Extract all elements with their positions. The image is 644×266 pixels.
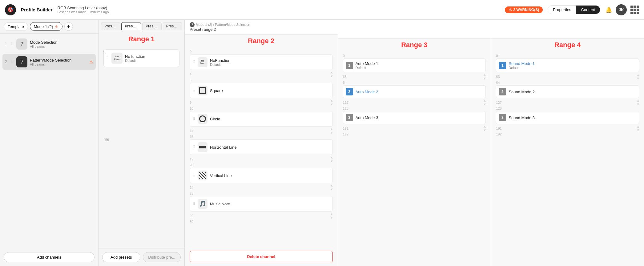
arrows-24-25[interactable]: ∧ ∨ (331, 184, 333, 191)
square-item-info: Square (210, 88, 223, 93)
r4-up-63[interactable]: ∧ (637, 73, 639, 77)
item-drag-hline[interactable]: ⠿ (192, 145, 195, 149)
hline-item-info: Horizontal Line (210, 145, 237, 150)
r4-down-128[interactable]: ∨ (637, 103, 639, 106)
range-item-circle[interactable]: ⠿ Circle (190, 111, 333, 127)
range-item-square[interactable]: ⠿ Square (190, 83, 333, 98)
r4-down-64[interactable]: ∨ (637, 77, 639, 80)
r3-up-63[interactable]: ∧ (484, 73, 486, 77)
delete-channel-button[interactable]: Delete channel (190, 251, 333, 262)
r3-num-64: 64 (343, 81, 486, 84)
range-item-sound3[interactable]: 3 Sound Mode 3 (496, 111, 639, 124)
preset-tab-0[interactable]: Preset ... (101, 22, 120, 30)
avatar[interactable]: JK (616, 4, 627, 15)
r3-arrows-63-64[interactable]: ∧ ∨ (484, 73, 486, 80)
range2-title: Preset range 2 (190, 27, 333, 32)
no-function-item[interactable]: ⠿ NoFunc No function Default (103, 49, 179, 67)
range-item-sound1[interactable]: 1 Sound Mode 1 Default (496, 58, 639, 72)
up-24[interactable]: ∧ (331, 184, 333, 187)
channel-item-1[interactable]: 1 ⠿ ? Mode Selection All beams (2, 36, 96, 52)
r4-arrows-127-128[interactable]: ∧ ∨ (637, 99, 639, 106)
add-channels-button[interactable]: Add channels (4, 252, 95, 262)
presets-tabs-row: Preset ... Preset ... Preset ... Preset … (99, 20, 184, 30)
add-presets-button[interactable]: Add presets (102, 252, 140, 262)
arrows-9-10[interactable]: ∧ ∨ (331, 99, 333, 106)
square-item-icon (198, 86, 207, 95)
range3-panel: Range 3 0 1 Auto Mode 1 Default 63 ∧ ∨ 6… (338, 20, 491, 266)
grid-icon[interactable] (630, 6, 639, 14)
preset-tab-3[interactable]: Preset ... (163, 22, 182, 30)
num-0-r2: 0 (190, 50, 333, 54)
add-tab-button[interactable]: + (64, 22, 73, 31)
r3-up-127[interactable]: ∧ (484, 99, 486, 103)
down-25[interactable]: ∨ (331, 187, 333, 191)
hline-item-name: Horizontal Line (210, 145, 237, 150)
add-presets-row: Add presets Distribute pre... (99, 248, 184, 266)
down-arrow-5[interactable]: ∨ (331, 74, 333, 78)
up-19[interactable]: ∧ (331, 156, 333, 159)
r4-arrows-63-64[interactable]: ∧ ∨ (637, 73, 639, 80)
r3-num-128: 128 (343, 107, 486, 110)
r4-arrows-191-192[interactable]: ∧ ∨ (637, 125, 639, 132)
down-15[interactable]: ∨ (331, 131, 333, 134)
item-drag-circle[interactable]: ⠿ (192, 117, 195, 121)
up-arrow-4[interactable]: ∧ (331, 71, 333, 74)
r4-num-127: 127 (496, 101, 501, 104)
bell-icon[interactable]: 🔔 (605, 6, 612, 13)
drag-handle-2[interactable]: ⠿ (11, 60, 14, 64)
r3-down-64[interactable]: ∨ (484, 77, 486, 80)
down-20[interactable]: ∨ (331, 159, 333, 163)
arrows-14-15[interactable]: ∧ ∨ (331, 127, 333, 134)
tab-properties[interactable]: Properties (548, 6, 576, 14)
item-drag-nofunc[interactable]: ⠿ (192, 60, 195, 64)
auto3-name: Auto Mode 3 (356, 115, 378, 120)
nofunc-icon: NoFunc (111, 53, 123, 64)
range-item-auto3[interactable]: 3 Auto Mode 3 (343, 111, 486, 124)
r3-arrows-191-192[interactable]: ∧ ∨ (484, 125, 486, 132)
r4-down-192[interactable]: ∨ (637, 128, 639, 132)
nofunc-drag[interactable]: ⠿ (106, 56, 109, 60)
badge-auto1: 1 (346, 62, 353, 69)
range-item-auto1[interactable]: 1 Auto Mode 1 Default (343, 58, 486, 72)
range-item-music[interactable]: ⠿ 🎵 Music Note (190, 196, 333, 212)
range-item-vline[interactable]: ⠿ Vertical Line (190, 168, 333, 183)
r3-down-128[interactable]: ∨ (484, 103, 486, 106)
range-item-nofunc[interactable]: ⠿ NoFunc NoFunction Default (190, 54, 333, 70)
r3-down-192[interactable]: ∨ (484, 128, 486, 132)
r4-num-191-192: 191 ∧ ∨ (496, 125, 639, 132)
drag-handle-1[interactable]: ⠿ (11, 42, 14, 46)
up-29[interactable]: ∧ (331, 212, 333, 216)
num-20-r2: 20 (190, 163, 333, 167)
warning-badge[interactable]: ⚠ 2 WARNING(S) (505, 6, 543, 13)
range-item-auto2[interactable]: 2 Auto Mode 2 (343, 85, 486, 98)
channel-item-2[interactable]: 2 ⠿ ? Pattern/Mode Selection All beams ⚠ (2, 54, 96, 70)
down-30[interactable]: ∨ (331, 216, 333, 219)
presets-panel: Preset ... Preset ... Preset ... Preset … (99, 20, 185, 266)
r3-up-191[interactable]: ∧ (484, 125, 486, 128)
channel-warning-icon-2: ⚠ (89, 59, 93, 64)
up-9[interactable]: ∧ (331, 99, 333, 103)
r3-num-63-64: 63 ∧ ∨ (343, 73, 486, 80)
item-drag-vline[interactable]: ⠿ (192, 173, 195, 178)
r4-num-192: 192 (496, 132, 639, 136)
arrows-4-5[interactable]: ∧ ∨ (331, 71, 333, 78)
r4-up-127[interactable]: ∧ (637, 99, 639, 103)
tab-template[interactable]: Template (4, 22, 28, 31)
sound1-sub: Default (509, 66, 535, 70)
r3-arrows-127-128[interactable]: ∧ ∨ (484, 99, 486, 106)
up-14[interactable]: ∧ (331, 127, 333, 131)
arrows-19-20[interactable]: ∧ ∨ (331, 156, 333, 163)
arrows-29-30[interactable]: ∧ ∨ (331, 212, 333, 219)
sound3-name: Sound Mode 3 (509, 115, 535, 120)
range-item-hline[interactable]: ⠿ Horizontal Line (190, 139, 333, 155)
preset-tab-1[interactable]: Preset ... (121, 22, 141, 30)
down-10[interactable]: ∨ (331, 103, 333, 106)
range-item-sound2[interactable]: 2 Sound Mode 2 (496, 85, 639, 98)
channel-name-1: Mode Selection (30, 40, 93, 45)
tab-content[interactable]: Content (576, 6, 600, 14)
preset-tab-2[interactable]: Preset ... (142, 22, 161, 30)
item-drag-music[interactable]: ⠿ (192, 202, 195, 206)
item-drag-square[interactable]: ⠿ (192, 88, 195, 93)
r4-up-191[interactable]: ∧ (637, 125, 639, 128)
tab-mode[interactable]: Mode 1 (2) ⚠ (30, 22, 62, 31)
